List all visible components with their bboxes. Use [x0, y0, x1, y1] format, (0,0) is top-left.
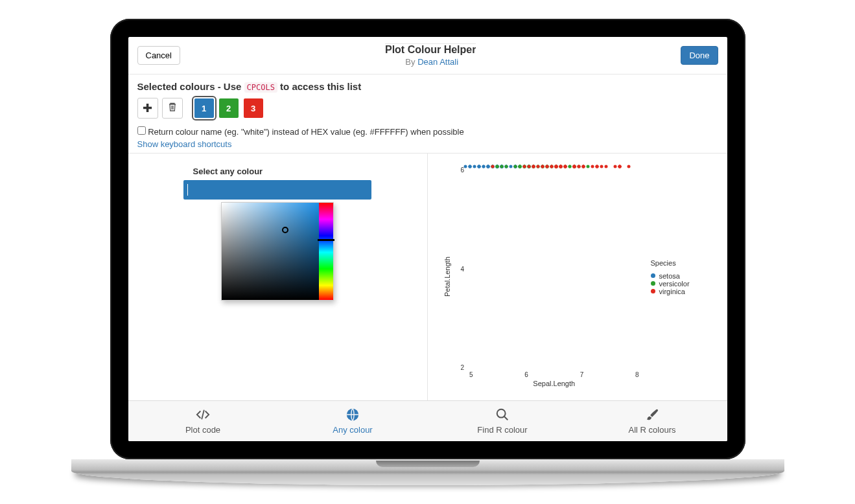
delete-colour-button[interactable] — [162, 98, 183, 119]
colour-swatch-2[interactable]: 2 — [219, 98, 239, 118]
data-point — [546, 165, 549, 168]
saturation-value-panel[interactable] — [222, 203, 319, 300]
data-point — [537, 165, 540, 168]
add-colour-button[interactable]: ✚ — [137, 98, 158, 119]
data-point — [591, 165, 594, 168]
tab-any-colour[interactable]: Any colour — [278, 401, 428, 441]
app-title: Plot Colour Helper By Dean Attali — [385, 43, 476, 67]
paintbrush-icon — [645, 407, 659, 424]
app-screen: Cancel Plot Colour Helper By Dean Attali… — [128, 37, 727, 441]
legend: Species setosaversicolorvirginica — [643, 166, 714, 387]
data-point — [605, 165, 608, 168]
plot-panel: Petal.Length 642 5678 Sepal.Length Speci… — [428, 154, 727, 400]
plus-icon: ✚ — [143, 101, 152, 115]
main-split: Select any colour Petal.Length — [128, 153, 727, 400]
legend-title: Species — [651, 259, 714, 267]
hue-cursor[interactable] — [318, 239, 334, 241]
swatch-row: ✚ 123 — [137, 98, 718, 119]
data-point — [509, 165, 513, 168]
data-point — [496, 165, 499, 168]
data-point — [464, 165, 467, 168]
return-name-checkbox[interactable] — [137, 126, 146, 135]
data-point — [568, 165, 572, 168]
legend-item-virginica: virginica — [651, 288, 714, 295]
shortcuts-link[interactable]: Show keyboard shortcuts — [137, 139, 232, 149]
laptop-mockup: Cancel Plot Colour Helper By Dean Attali… — [71, 19, 784, 485]
data-point — [600, 165, 603, 168]
legend-dot-icon — [651, 289, 655, 293]
data-point — [523, 165, 526, 168]
laptop-notch — [376, 461, 480, 467]
tab-plot-code[interactable]: Plot code — [128, 401, 278, 441]
data-point — [500, 165, 504, 168]
data-point — [528, 165, 531, 168]
picker-label: Select any colour — [193, 166, 263, 176]
data-point — [582, 165, 585, 168]
legend-item-versicolor: versicolor — [651, 280, 714, 288]
selected-heading: Selected colours - Use CPCOLS to access … — [137, 81, 718, 93]
legend-dot-icon — [651, 281, 655, 286]
data-point — [478, 165, 481, 168]
data-point — [564, 165, 567, 168]
cancel-button[interactable]: Cancel — [137, 46, 180, 65]
data-point — [596, 165, 599, 168]
data-point — [491, 165, 495, 168]
app-header: Cancel Plot Colour Helper By Dean Attali… — [128, 37, 727, 74]
svg-point-1 — [497, 409, 506, 418]
data-point — [578, 165, 581, 168]
colour-picker-panel: Select any colour — [128, 154, 428, 400]
return-name-checkbox-row: Return colour name (eg. "white") instead… — [137, 126, 718, 137]
data-point — [469, 165, 472, 168]
author-link[interactable]: Dean Attali — [417, 57, 458, 67]
colour-picker-body — [221, 202, 334, 301]
data-point — [473, 165, 476, 168]
data-point — [519, 165, 522, 168]
data-point — [618, 165, 622, 168]
colour-swatch-1[interactable]: 1 — [194, 98, 214, 118]
chart-wrap: Petal.Length 642 5678 Sepal.Length Speci… — [441, 166, 714, 387]
trash-icon — [167, 102, 178, 115]
globe-icon — [346, 407, 360, 424]
return-name-label: Return colour name (eg. "white") instead… — [148, 127, 464, 137]
sv-cursor[interactable] — [282, 227, 288, 233]
data-point — [573, 165, 576, 168]
y-ticks: 642 — [451, 166, 464, 371]
data-point — [482, 165, 486, 168]
laptop-frame: Cancel Plot Colour Helper By Dean Attali… — [110, 19, 745, 459]
done-button[interactable]: Done — [681, 46, 718, 65]
bottom-tabs: Plot code Any colour Find R colour — [128, 400, 727, 441]
tab-find-r-colour[interactable]: Find R colour — [428, 401, 578, 441]
data-point — [587, 165, 590, 168]
y-axis-label: Petal.Length — [441, 166, 451, 387]
data-point — [627, 165, 631, 168]
swatch-list: 123 — [194, 98, 263, 118]
selected-colours-section: Selected colours - Use CPCOLS to access … — [128, 74, 727, 153]
data-point — [514, 165, 517, 168]
title-by: By — [405, 57, 415, 67]
data-point — [505, 165, 508, 168]
x-axis-label: Sepal.Length — [465, 380, 643, 387]
data-point — [555, 165, 558, 168]
x-ticks: 5678 — [465, 371, 643, 378]
data-point — [541, 165, 545, 168]
legend-item-setosa: setosa — [651, 272, 714, 280]
search-icon — [495, 407, 509, 424]
colour-swatch-3[interactable]: 3 — [244, 98, 263, 118]
data-point — [614, 165, 617, 168]
data-point — [550, 165, 554, 168]
data-point — [559, 165, 563, 168]
hue-slider[interactable] — [319, 203, 333, 300]
data-point — [487, 165, 490, 168]
cpcols-code: CPCOLS — [244, 82, 277, 93]
code-icon — [196, 407, 210, 424]
data-point — [532, 165, 535, 168]
tab-all-r-colours[interactable]: All R colours — [578, 401, 727, 441]
legend-dot-icon — [651, 273, 655, 278]
colour-text-input[interactable] — [183, 180, 371, 200]
title-main: Plot Colour Helper — [385, 43, 476, 56]
